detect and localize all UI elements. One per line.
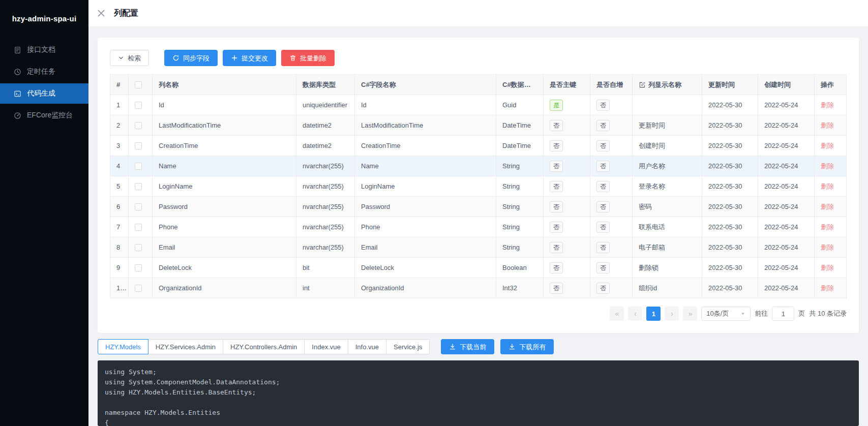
header-display-name-label: 列显示名称 (648, 80, 681, 89)
delete-row-button[interactable]: 删除 (821, 162, 834, 170)
primary-key-tag: 否 (550, 120, 563, 131)
tab-hzy-services-admin[interactable]: HZY.Services.Admin (148, 339, 223, 354)
cell-db-type: nvarchar(255) (296, 176, 355, 197)
cell-display-name[interactable]: 电子邮箱 (633, 237, 702, 258)
generator-bar: HZY.ModelsHZY.Services.AdminHZY.Controll… (98, 339, 859, 354)
tab-info-vue[interactable]: Info.vue (348, 339, 386, 354)
row-checkbox[interactable] (135, 183, 142, 190)
search-toggle-button[interactable]: 检索 (110, 50, 149, 66)
cell-cs-data-type: String (496, 156, 544, 176)
cell-is-auto-increment: 否 (590, 115, 633, 136)
close-icon[interactable] (97, 9, 106, 18)
cell-cs-field-name: Name (355, 156, 496, 176)
cell-db-type: int (296, 278, 355, 298)
cell-display-name[interactable]: 删除锁 (633, 258, 702, 278)
code-line (105, 398, 852, 408)
sidebar-item-efcore-monitor[interactable]: EFCore监控台 (0, 105, 88, 126)
cell-display-name[interactable]: 更新时间 (633, 115, 702, 136)
cell-display-name[interactable]: 组织id (633, 278, 702, 298)
cell-is-auto-increment: 否 (590, 136, 633, 156)
refresh-icon (172, 54, 179, 62)
cell-select (129, 115, 153, 136)
cell-select (129, 136, 153, 156)
cell-db-type: datetime2 (296, 136, 355, 156)
page-button-1[interactable]: 1 (646, 307, 661, 321)
delete-row-button[interactable]: 删除 (821, 121, 834, 129)
cell-column-name: LoginName (153, 176, 296, 197)
sidebar-item-api-docs[interactable]: 接口文档 (0, 40, 88, 60)
submit-changes-label: 提交更改 (242, 55, 268, 62)
row-checkbox[interactable] (135, 163, 142, 170)
delete-row-button[interactable]: 删除 (821, 182, 834, 190)
delete-row-button[interactable]: 删除 (821, 142, 834, 149)
cell-updated-at: 2022-05-30 (702, 176, 758, 197)
cell-column-name: Phone (153, 217, 296, 237)
auto-increment-tag: 否 (596, 100, 610, 111)
auto-increment-tag: 否 (596, 222, 610, 233)
cell-is-auto-increment: 否 (590, 156, 633, 176)
cell-display-name[interactable]: 创建时间 (633, 136, 702, 156)
submit-changes-button[interactable]: 提交更改 (223, 50, 276, 66)
tab-hzy-models[interactable]: HZY.Models (98, 339, 148, 354)
row-checkbox[interactable] (135, 122, 142, 129)
cell-cs-field-name: Password (355, 197, 496, 217)
tab-index-vue[interactable]: Index.vue (304, 339, 348, 354)
prev-page-button[interactable]: ‹ (628, 307, 642, 321)
goto-label: 前往 (755, 309, 768, 318)
table-row: 10OrganizationIdintOrganizationIdInt32否否… (110, 278, 847, 298)
cell-cs-data-type: Int32 (496, 278, 544, 298)
sync-fields-label: 同步字段 (183, 55, 209, 62)
download-all-button[interactable]: 下载所有 (500, 339, 554, 354)
cell-created-at: 2022-05-24 (758, 278, 815, 298)
cell-column-name: Password (153, 197, 296, 217)
primary-key-tag: 否 (550, 181, 563, 192)
goto-page-input[interactable] (772, 307, 794, 321)
delete-row-button[interactable]: 删除 (821, 264, 834, 271)
code-line: namespace HZY.Models.Entities (105, 408, 852, 418)
delete-row-button[interactable]: 删除 (821, 284, 834, 292)
sidebar-item-code-generation[interactable]: 代码生成 (0, 83, 88, 104)
batch-delete-button[interactable]: 批量删除 (281, 50, 335, 66)
download-current-button[interactable]: 下载当前 (441, 339, 494, 354)
next-page-button[interactable]: › (665, 307, 679, 321)
cell-select (129, 217, 153, 237)
cell-display-name[interactable]: 用户名称 (633, 156, 702, 176)
row-checkbox[interactable] (135, 285, 142, 292)
cell-display-name[interactable]: 登录名称 (633, 176, 702, 197)
row-checkbox[interactable] (135, 203, 142, 210)
cell-db-type: nvarchar(255) (296, 237, 355, 258)
page-size-select[interactable]: 10条/页 (701, 307, 751, 321)
cell-column-name: LastModificationTime (153, 115, 296, 136)
select-all-checkbox[interactable] (135, 81, 142, 88)
cell-actions: 删除 (815, 156, 847, 176)
header-created-at: 创建时间 (758, 75, 815, 95)
primary-key-tag: 否 (550, 140, 563, 151)
table-row: 7Phonenvarchar(255)PhoneString否否联系电话2022… (110, 217, 847, 237)
cell-display-name[interactable]: 密码 (633, 197, 702, 217)
cell-is-primary-key: 否 (544, 217, 590, 237)
row-checkbox[interactable] (135, 142, 142, 149)
delete-row-button[interactable]: 删除 (821, 244, 834, 251)
header-cs-field-name: C#字段名称 (355, 75, 496, 95)
first-page-button[interactable]: « (610, 307, 624, 321)
delete-row-button[interactable]: 删除 (821, 203, 834, 210)
cell-db-type: uniqueidentifier (296, 95, 355, 115)
row-checkbox[interactable] (135, 102, 142, 109)
sidebar-item-scheduled-tasks[interactable]: 定时任务 (0, 62, 88, 82)
row-checkbox[interactable] (135, 244, 142, 251)
cell-actions: 删除 (815, 237, 847, 258)
row-checkbox[interactable] (135, 224, 142, 231)
last-page-button[interactable]: » (683, 307, 697, 321)
table-header-row: # 列名称 数据库类型 C#字段名称 C#数据类型 是否主键 是否自增 (110, 75, 847, 95)
delete-row-button[interactable]: 删除 (821, 101, 834, 109)
tab-service-js[interactable]: Service.js (386, 339, 430, 354)
table-row: 3CreationTimedatetime2CreationTimeDateTi… (110, 136, 847, 156)
cell-column-name: OrganizationId (153, 278, 296, 298)
tab-hzy-controllers-admin[interactable]: HZY.Controllers.Admin (223, 339, 305, 354)
row-checkbox[interactable] (135, 264, 142, 271)
cell-display-name[interactable]: 联系电话 (633, 217, 702, 237)
sync-fields-button[interactable]: 同步字段 (164, 50, 218, 66)
header-index: # (110, 75, 129, 95)
delete-row-button[interactable]: 删除 (821, 223, 834, 231)
cell-display-name[interactable] (633, 95, 702, 115)
